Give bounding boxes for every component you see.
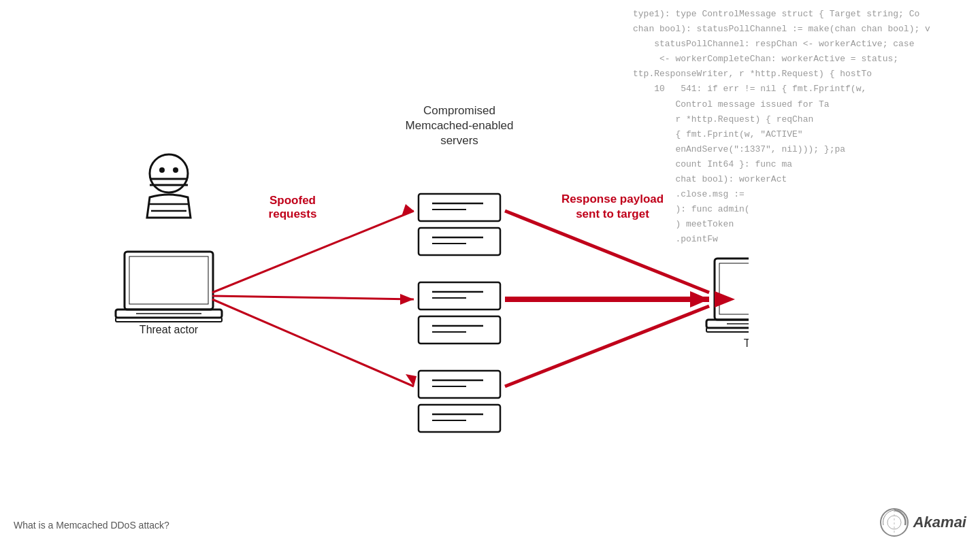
svg-rect-21 bbox=[419, 316, 500, 344]
svg-line-35 bbox=[212, 211, 414, 293]
akamai-logo-text: Akamai bbox=[913, 514, 966, 531]
svg-rect-18 bbox=[419, 282, 500, 310]
svg-point-3 bbox=[159, 167, 165, 173]
spoofed-label-line2: requests bbox=[269, 207, 317, 220]
svg-rect-31 bbox=[719, 263, 749, 314]
svg-rect-30 bbox=[715, 258, 749, 320]
svg-rect-8 bbox=[129, 256, 208, 304]
svg-rect-32 bbox=[706, 320, 749, 328]
spoofed-label-line1: Spoofed bbox=[270, 194, 316, 207]
svg-rect-15 bbox=[419, 228, 500, 255]
svg-marker-45 bbox=[715, 291, 735, 307]
servers-label-line1: Compromised bbox=[423, 104, 495, 117]
svg-rect-27 bbox=[419, 405, 500, 432]
servers-label-line2: Memcached-enabled bbox=[406, 119, 514, 132]
threat-actor-label: Threat actor bbox=[140, 324, 199, 335]
svg-rect-12 bbox=[419, 194, 500, 221]
svg-rect-34 bbox=[706, 328, 749, 332]
svg-point-0 bbox=[150, 154, 188, 193]
bottom-caption: What is a Memcached DDoS attack? bbox=[14, 520, 169, 531]
svg-point-4 bbox=[173, 167, 178, 173]
svg-line-37 bbox=[212, 296, 414, 299]
svg-line-44 bbox=[505, 306, 709, 386]
svg-line-41 bbox=[505, 211, 709, 293]
akamai-logo: Akamai bbox=[879, 507, 966, 537]
svg-rect-11 bbox=[116, 318, 222, 322]
response-label-line2: sent to target bbox=[576, 207, 649, 220]
svg-line-39 bbox=[212, 299, 414, 386]
svg-marker-38 bbox=[400, 294, 414, 305]
code-background: type1): type ControlMessage struct { Tar… bbox=[626, 0, 980, 551]
svg-marker-43 bbox=[690, 291, 709, 307]
svg-rect-7 bbox=[125, 252, 213, 310]
response-label-line1: Response payload bbox=[561, 193, 664, 205]
svg-marker-36 bbox=[402, 204, 414, 216]
svg-rect-9 bbox=[116, 310, 222, 318]
svg-marker-40 bbox=[406, 374, 416, 386]
svg-rect-24 bbox=[419, 371, 500, 398]
target-label: Target bbox=[744, 337, 749, 349]
servers-label-line3: servers bbox=[440, 134, 478, 147]
akamai-logo-icon bbox=[879, 507, 909, 537]
